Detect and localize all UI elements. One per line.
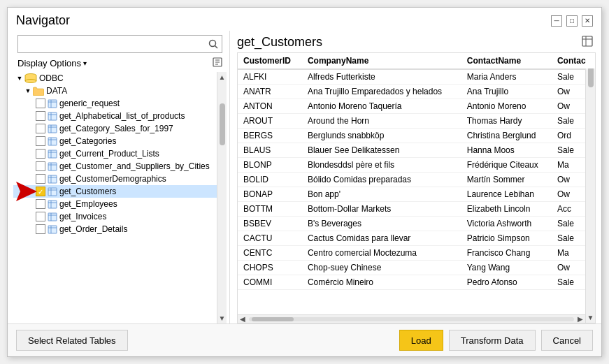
tree-item-odbc[interactable]: ▼ ODBC [13,72,227,85]
table-cell: Francisco Chang [461,246,552,261]
svg-rect-35 [48,201,57,208]
table-row[interactable]: BONAPBon app'Laurence LebihanOw [238,187,595,202]
hscroll-thumb[interactable] [252,317,294,321]
search-input[interactable] [18,38,205,51]
tree-checkbox[interactable] [36,124,45,133]
table-header-row: CustomerIDCompanyNameContactNameContac [238,53,595,69]
table-cell: Alfreds Futterkiste [302,69,461,85]
table-row[interactable]: COMMIComércio MineiroPedro AfonsoSale [238,275,595,290]
table-row[interactable]: CENTCCentro comercial MoctezumaFrancisco… [238,246,595,261]
tree-item-label: get_Invoices [59,212,106,221]
svg-rect-14 [48,112,57,120]
display-options-icon[interactable] [213,57,222,69]
title-bar: Navigator ─ □ ✕ [8,8,601,31]
right-vscroll-thumb[interactable] [588,66,594,87]
select-related-tables-button[interactable]: Select Related Tables [16,330,128,351]
table-row[interactable]: AROUTAround the HornThomas HardySale [238,114,595,129]
table-scroll-container[interactable]: CustomerIDCompanyNameContactNameContac A… [238,53,595,323]
table-row[interactable]: ALFKIAlfreds FutterkisteMaria AndersSale [238,69,595,85]
vscroll-thumb[interactable] [220,103,225,145]
tree-item[interactable]: get_Employees [13,198,227,210]
hscroll-left[interactable]: ◀ [238,315,248,323]
tree-item[interactable]: ✓get_Customers [13,185,227,198]
minimize-button[interactable]: ─ [551,15,562,27]
tree-checkbox[interactable] [36,212,45,221]
right-vscroll-down[interactable]: ▼ [586,312,595,323]
tree-item[interactable]: get_Categories [13,135,227,147]
svg-rect-41 [48,226,57,233]
table-cell: Maria Anders [461,69,552,85]
vscroll-up[interactable]: ▲ [217,72,227,82]
tree-item-label: get_Current_Product_Lists [59,149,159,159]
tree-item[interactable]: get_Alphabetical_list_of_products [13,110,227,122]
tree-checkbox[interactable] [36,174,45,184]
cancel-button[interactable]: Cancel [541,330,593,351]
table-cell: Around the Horn [302,114,461,129]
data-table-wrap: CustomerIDCompanyNameContactNameContac A… [237,52,596,323]
tree-item[interactable]: generic_request [13,97,227,110]
right-panel-icon[interactable] [582,36,593,49]
transform-data-button[interactable]: Transform Data [449,330,536,351]
vscroll-down[interactable]: ▼ [217,313,227,323]
tree-checkbox[interactable]: ✓ [36,187,45,196]
data-table: CustomerIDCompanyNameContactNameContac A… [238,53,595,290]
table-cell: Antonio Moreno [461,99,552,114]
collapse-triangle-data[interactable]: ▼ [24,87,31,94]
tree-item[interactable]: get_CustomerDemographics [13,173,227,185]
close-button[interactable]: ✕ [582,15,593,27]
maximize-button[interactable]: □ [566,15,578,27]
table-cell: Cactus Comidas para llevar [302,231,461,246]
table-cell: BSBEV [238,217,302,231]
tree-checkbox[interactable] [36,136,45,146]
bottom-right: Load Transform Data Cancel [399,330,593,351]
table-row[interactable]: BSBEVB's BeveragesVictoria AshworthSale [238,217,595,231]
tree-item-data[interactable]: ▼ DATA [13,85,227,97]
tree-item[interactable]: get_Invoices [13,210,227,223]
table-row[interactable]: ANTONAntonio Moreno TaqueríaAntonio More… [238,99,595,114]
right-vscroll[interactable]: ▲ ▼ [585,53,595,323]
tree-checkbox[interactable] [36,149,45,159]
table-cell: Martín Sommer [461,173,552,187]
tree-item-label: get_Categories [59,136,116,146]
hscroll-right[interactable]: ▶ [575,315,585,323]
table-cell: Centro comercial Moctezuma [302,246,461,261]
table-row[interactable]: ANATRAna Trujillo Emparedados y heladosA… [238,85,595,99]
display-options-label-text: Display Options [17,58,81,68]
tree-checkbox[interactable] [36,161,45,171]
table-cell: Hanna Moos [461,143,552,158]
table-cell: Antonio Moreno Taquería [302,99,461,114]
table-row[interactable]: CHOPSChop-suey ChineseYang WangOw [238,261,595,275]
table-row[interactable]: BLAUSBlauer See DelikatessenHanna MoosSa… [238,143,595,158]
tree-vscroll[interactable]: ▲ ▼ [217,72,227,323]
table-row[interactable]: BERGSBerglunds snabbköpChristina Berglun… [238,129,595,143]
table-cell: Ana Trujillo [461,85,552,99]
tree-item[interactable]: get_Order_Details [13,223,227,235]
tree-item[interactable]: get_Current_Product_Lists [13,147,227,160]
tree-item[interactable]: get_Category_Sales_for_1997 [13,122,227,135]
svg-point-0 [210,41,216,47]
right-header: get_Customers [237,31,596,52]
load-button[interactable]: Load [399,330,443,351]
display-options-button[interactable]: Display Options ▾ [17,58,87,68]
table-row[interactable]: BOLIDBólido Comidas preparadasMartín Som… [238,173,595,187]
collapse-triangle-odbc[interactable]: ▼ [16,75,23,82]
search-box[interactable] [17,35,222,53]
table-cell: BERGS [238,129,302,143]
table-row[interactable]: CACTUCactus Comidas para llevarPatricio … [238,231,595,246]
tree-item-label: get_Order_Details [59,224,127,234]
tree-item[interactable]: get_Customer_and_Suppliers_by_Cities [13,160,227,173]
right-hscroll[interactable]: ◀ ▶ [238,314,585,323]
svg-rect-29 [48,175,57,183]
table-row[interactable]: BOTTMBottom-Dollar MarketsElizabeth Linc… [238,202,595,217]
table-cell: ANTON [238,99,302,114]
search-icon[interactable] [205,36,222,52]
dialog-title: Navigator [16,13,70,28]
tree-checkbox[interactable] [36,99,45,108]
tree-checkbox[interactable] [36,224,45,234]
tree-checkbox[interactable] [36,199,45,209]
table-row[interactable]: BLONPBlondesddsl père et filsFrédérique … [238,158,595,173]
svg-rect-11 [48,100,57,108]
table-header: CustomerIDCompanyNameContactNameContac [238,53,595,69]
table-cell: CHOPS [238,261,302,275]
tree-checkbox[interactable] [36,111,45,121]
